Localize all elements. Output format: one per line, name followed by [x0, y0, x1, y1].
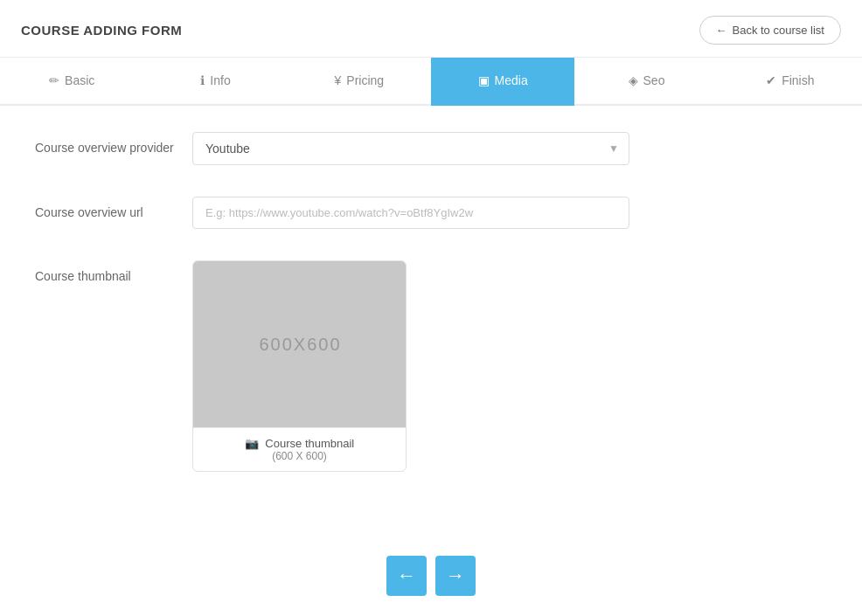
pricing-tab-icon: ¥: [335, 73, 342, 87]
url-row: Course overview url: [35, 197, 827, 229]
media-tab-icon: ▣: [478, 73, 490, 87]
thumbnail-box[interactable]: 600X600 📷 Course thumbnail (600 X 600): [192, 260, 407, 472]
tab-finish[interactable]: ✔ Finish: [719, 58, 862, 106]
camera-icon: 📷: [245, 437, 259, 450]
provider-select-wrapper: Youtube Vimeo HTML5 Video ▼: [192, 132, 629, 165]
seo-tab-icon: ◈: [629, 73, 638, 87]
nav-buttons: ← →: [0, 538, 862, 616]
next-icon: →: [446, 566, 465, 585]
prev-button[interactable]: ←: [386, 556, 427, 596]
finish-tab-label: Finish: [782, 73, 814, 87]
back-to-course-list-button[interactable]: ← Back to course list: [699, 16, 842, 45]
next-button[interactable]: →: [435, 556, 476, 596]
course-overview-url-input[interactable]: [192, 197, 629, 229]
tab-info[interactable]: ℹ Info: [143, 58, 287, 106]
back-button-label: Back to course list: [733, 24, 825, 37]
thumbnail-caption-area: 📷 Course thumbnail (600 X 600): [193, 427, 406, 471]
finish-tab-icon: ✔: [766, 73, 776, 87]
pricing-tab-label: Pricing: [346, 73, 384, 87]
header: COURSE ADDING FORM ← Back to course list: [0, 0, 862, 58]
tab-seo[interactable]: ◈ Seo: [574, 58, 718, 106]
back-arrow-icon: ←: [716, 24, 727, 37]
media-tab-label: Media: [495, 73, 528, 87]
thumbnail-caption-text: Course thumbnail: [265, 437, 354, 450]
tab-basic[interactable]: ✏ Basic: [0, 58, 143, 106]
thumbnail-label: Course thumbnail: [35, 260, 192, 286]
basic-tab-label: Basic: [65, 73, 94, 87]
tab-pricing[interactable]: ¥ Pricing: [288, 58, 431, 106]
thumbnail-dimensions-text: (600 X 600): [202, 450, 397, 462]
basic-tab-icon: ✏: [49, 73, 59, 87]
form-content: Course overview provider Youtube Vimeo H…: [0, 106, 862, 538]
prev-icon: ←: [397, 566, 416, 585]
page-title: COURSE ADDING FORM: [21, 23, 182, 38]
thumbnail-row: Course thumbnail 600X600 📷 Course thumbn…: [35, 260, 827, 472]
provider-row: Course overview provider Youtube Vimeo H…: [35, 132, 827, 165]
tabs-bar: ✏ Basic ℹ Info ¥ Pricing ▣ Media ◈ Seo ✔…: [0, 58, 862, 106]
page-wrapper: COURSE ADDING FORM ← Back to course list…: [0, 0, 862, 616]
info-tab-label: Info: [210, 73, 230, 87]
thumbnail-placeholder: 600X600: [193, 261, 407, 427]
thumbnail-size-text: 600X600: [259, 335, 341, 355]
provider-field: Youtube Vimeo HTML5 Video ▼: [192, 132, 629, 165]
provider-select[interactable]: Youtube Vimeo HTML5 Video: [192, 132, 629, 165]
info-tab-icon: ℹ: [200, 73, 205, 87]
url-field: [192, 197, 629, 229]
thumbnail-field: 600X600 📷 Course thumbnail (600 X 600): [192, 260, 629, 472]
seo-tab-label: Seo: [643, 73, 665, 87]
provider-label: Course overview provider: [35, 132, 192, 157]
url-label: Course overview url: [35, 197, 192, 222]
thumbnail-caption-line: 📷 Course thumbnail: [202, 437, 397, 450]
tab-media[interactable]: ▣ Media: [431, 58, 574, 106]
